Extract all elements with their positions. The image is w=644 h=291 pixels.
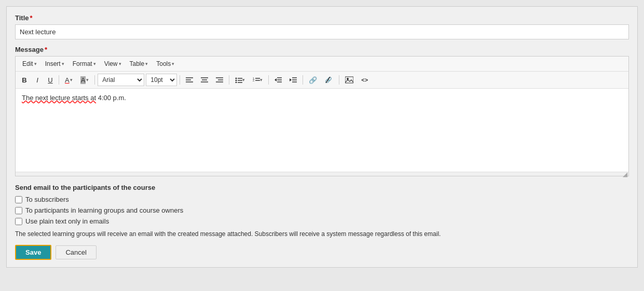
svg-marker-19 — [275, 78, 277, 81]
checkbox-row-participants: To participants in learning groups and c… — [15, 206, 629, 214]
ordered-list-button[interactable]: 1. 2. ▾ — [250, 75, 266, 85]
checkbox-row-subscribers: To subscribers — [15, 196, 629, 203]
email-section: Send email to the participants of the co… — [15, 184, 629, 260]
title-label-text: Title — [15, 14, 29, 22]
participants-label[interactable]: To participants in learning groups and c… — [25, 206, 183, 214]
italic-button[interactable]: I — [32, 75, 43, 86]
title-label: Title* — [15, 14, 629, 22]
menu-table[interactable]: Table▾ — [126, 59, 152, 69]
bold-button[interactable]: B — [19, 75, 30, 86]
message-label-text: Message — [15, 46, 44, 53]
align-left-button[interactable] — [183, 75, 196, 85]
highlight-color-button[interactable]: A ▾ — [77, 75, 92, 86]
button-row: Save Cancel — [15, 245, 629, 260]
align-center-button[interactable] — [198, 75, 211, 85]
font-family-select[interactable]: Arial Times New Roman Courier New — [98, 74, 144, 86]
subscribers-label[interactable]: To subscribers — [25, 196, 69, 203]
editor-resize-handle[interactable]: ◢ — [16, 172, 628, 176]
menu-edit[interactable]: Edit▾ — [19, 59, 40, 69]
title-input[interactable] — [15, 24, 629, 39]
toolbar-separator-6 — [303, 75, 303, 85]
insert-image-button[interactable] — [342, 75, 357, 85]
toolbar-separator-1 — [59, 75, 59, 85]
toolbar-separator-7 — [339, 75, 339, 85]
menu-tools[interactable]: Tools▾ — [153, 59, 178, 69]
svg-point-11 — [236, 80, 237, 81]
form-container: Title* Message* Edit▾ Insert▾ Format▾ Vi… — [6, 6, 638, 268]
info-text: The selected learning groups will receiv… — [15, 229, 629, 239]
toolbar-separator-3 — [180, 75, 180, 85]
subscribers-checkbox[interactable] — [15, 196, 22, 203]
underline-button[interactable]: U — [45, 75, 56, 86]
svg-text:2.: 2. — [253, 79, 255, 82]
email-section-title: Send email to the participants of the co… — [15, 184, 629, 191]
svg-point-13 — [236, 82, 237, 84]
menu-insert[interactable]: Insert▾ — [42, 59, 68, 69]
editor-menubar: Edit▾ Insert▾ Format▾ View▾ Table▾ Tools… — [16, 57, 628, 72]
menu-format[interactable]: Format▾ — [69, 59, 100, 69]
toolbar-separator-4 — [229, 75, 229, 85]
font-color-button[interactable]: A ▾ — [62, 75, 76, 86]
plaintext-checkbox[interactable] — [15, 218, 22, 225]
svg-marker-23 — [290, 78, 292, 81]
message-label: Message* — [15, 46, 629, 53]
remove-link-button[interactable]: 🔗 — [322, 75, 336, 85]
toolbar-separator-2 — [94, 75, 95, 85]
svg-point-9 — [236, 78, 237, 79]
menu-view[interactable]: View▾ — [101, 59, 125, 69]
rich-text-editor: Edit▾ Insert▾ Format▾ View▾ Table▾ Tools… — [15, 56, 629, 176]
save-button[interactable]: Save — [15, 245, 51, 260]
participants-checkbox[interactable] — [15, 207, 22, 214]
toolbar-separator-5 — [268, 75, 269, 85]
spellcheck-text: The next lecture starts at — [22, 94, 96, 102]
unordered-list-button[interactable]: ▾ — [232, 75, 248, 85]
svg-text:🔗: 🔗 — [325, 77, 332, 83]
svg-rect-29 — [345, 77, 353, 83]
align-right-button[interactable] — [213, 75, 226, 85]
plaintext-label[interactable]: Use plain text only in emails — [25, 217, 109, 225]
insert-link-button[interactable]: 🔗 — [306, 75, 320, 86]
indent-increase-button[interactable] — [286, 75, 300, 85]
font-size-select[interactable]: 10pt 12pt 14pt 18pt — [146, 74, 177, 86]
cancel-button[interactable]: Cancel — [56, 245, 96, 259]
indent-decrease-button[interactable] — [271, 75, 285, 85]
editor-content-area[interactable]: The next lecture starts at 4:00 p.m. — [16, 89, 628, 172]
source-code-button[interactable]: <> — [358, 75, 371, 85]
title-required-star: * — [30, 14, 33, 22]
editor-toolbar: B I U A ▾ A ▾ Arial Times — [16, 72, 628, 89]
message-required-star: * — [45, 46, 47, 53]
checkbox-row-plaintext: Use plain text only in emails — [15, 217, 629, 225]
editor-text: The next lecture starts at 4:00 p.m. — [22, 94, 622, 102]
